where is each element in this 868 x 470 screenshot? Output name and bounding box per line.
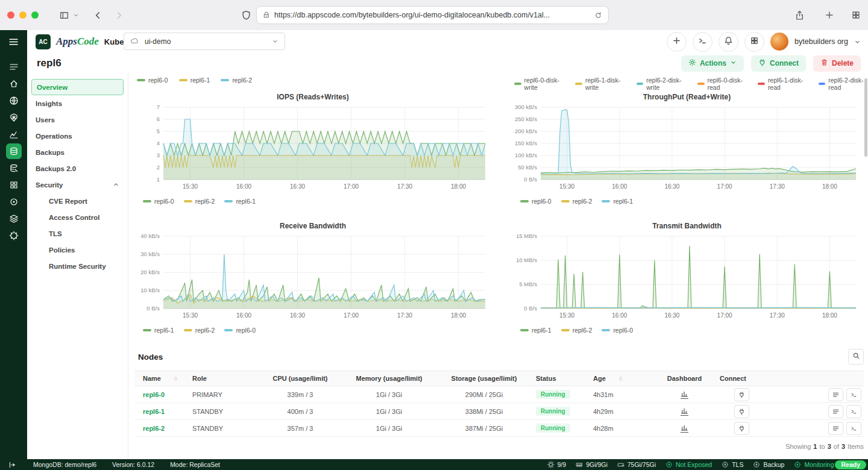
search-button[interactable] — [848, 349, 864, 365]
node-link[interactable]: repl6-1 — [143, 408, 165, 415]
browser-sidebar-toggle-icon[interactable] — [59, 10, 69, 20]
sort-icon[interactable] — [172, 375, 179, 382]
sidebar-item-tls[interactable]: TLS — [27, 225, 128, 242]
svg-text:17:30: 17:30 — [770, 312, 785, 319]
dashboard-link[interactable] — [681, 390, 688, 399]
appscode-logo[interactable]: AC — [36, 34, 51, 49]
legend-item[interactable]: repl6-0 — [137, 77, 168, 84]
tab-overview-icon[interactable] — [851, 10, 861, 20]
node-shell-button[interactable] — [846, 388, 861, 401]
node-shell-button[interactable] — [846, 422, 861, 435]
sidebar-item-security[interactable]: Security — [27, 177, 128, 193]
sidebar-item-cve-report[interactable]: CVE Report — [27, 193, 128, 209]
rail-dbq-icon[interactable] — [6, 160, 22, 176]
expand-icon[interactable] — [8, 461, 16, 469]
forward-icon[interactable] — [115, 11, 124, 20]
column-header-name[interactable]: Name — [134, 375, 189, 382]
node-connect-button[interactable] — [734, 388, 749, 401]
notifications-button[interactable] — [719, 32, 738, 52]
legend-swatch — [179, 79, 187, 81]
node-logs-button[interactable] — [828, 388, 843, 401]
legend-item[interactable]: repl6-1 — [179, 77, 210, 84]
legend-item[interactable]: repl6-0 — [224, 327, 256, 334]
sidebar-item-backups-2-0[interactable]: Backups 2.0 — [27, 160, 128, 177]
sidebar-item-insights[interactable]: Insights — [27, 95, 128, 111]
rail-list-icon[interactable] — [6, 59, 22, 75]
address-bar[interactable]: https://db.appscode.com/bytebuilders-org… — [256, 6, 609, 24]
avatar[interactable] — [770, 33, 788, 51]
node-link[interactable]: repl6-2 — [143, 425, 165, 432]
legend-item[interactable]: repl6-2 — [561, 198, 593, 205]
chart-title: ThroughPut (Read+Write) — [512, 93, 862, 102]
legend-item[interactable]: repl6-0 — [520, 198, 552, 205]
sidebar-item-overview[interactable]: Overview — [31, 79, 124, 95]
menu-icon[interactable] — [8, 37, 19, 47]
connect-button[interactable]: Connect — [751, 55, 806, 72]
svg-text:16:30: 16:30 — [664, 183, 679, 190]
row-actions-cell — [773, 388, 864, 401]
rail-helm-icon[interactable] — [6, 228, 22, 243]
rail-home-icon[interactable] — [6, 76, 22, 92]
sidebar-item-backups[interactable]: Backups — [27, 144, 128, 160]
window-zoom-button[interactable] — [31, 11, 39, 19]
node-connect-button[interactable] — [734, 422, 749, 435]
rail-grid-icon[interactable] — [6, 177, 22, 193]
scrollbar-thumb[interactable] — [864, 78, 867, 157]
sidebar-item-operations[interactable]: Operations — [27, 128, 128, 144]
rail-chart-icon[interactable] — [6, 127, 22, 142]
legend-swatch — [137, 79, 145, 81]
svg-text:5: 5 — [157, 128, 160, 134]
role-cell: STANDBY — [189, 425, 258, 432]
rail-target-icon[interactable] — [6, 194, 22, 210]
chevron-down-icon[interactable] — [73, 12, 79, 18]
legend-item[interactable]: repl6-0 — [143, 198, 174, 205]
browser-chrome: https://db.appscode.com/bytebuilders-org… — [0, 0, 868, 31]
legend-item[interactable]: repl6-0 — [602, 327, 633, 334]
rail-globe-icon[interactable] — [6, 93, 22, 108]
legend-item[interactable]: repl6-1 — [224, 198, 256, 205]
window-minimize-button[interactable] — [19, 11, 27, 19]
sidebar-item-users[interactable]: Users — [27, 111, 128, 128]
back-icon[interactable] — [93, 11, 102, 20]
actions-button[interactable]: Actions — [681, 55, 744, 72]
memory-cell: 1Gi / 3Gi — [342, 425, 436, 432]
chevron-down-icon[interactable] — [854, 39, 861, 45]
legend-item[interactable]: repl6-1 — [143, 327, 174, 334]
svg-text:6: 6 — [157, 116, 160, 122]
delete-button[interactable]: Delete — [813, 55, 861, 72]
new-tab-icon[interactable] — [825, 10, 834, 20]
dashboard-link[interactable] — [681, 407, 688, 416]
column-header-age[interactable]: Age — [590, 375, 653, 382]
privacy-shield-icon[interactable] — [241, 10, 251, 20]
apps-button[interactable] — [744, 32, 764, 52]
svg-text:17:00: 17:00 — [344, 183, 359, 190]
legend-item[interactable]: repl6-2 — [221, 77, 252, 84]
sidebar-item-label: Operations — [36, 133, 72, 140]
org-name[interactable]: bytebuilders org — [794, 37, 848, 46]
cluster-selector[interactable]: ui-demo — [124, 33, 285, 50]
create-button[interactable] — [667, 32, 687, 52]
reload-icon[interactable] — [594, 11, 602, 19]
share-icon[interactable] — [794, 10, 805, 20]
sort-icon[interactable] — [617, 375, 624, 382]
sidebar-item-policies[interactable]: Policies — [27, 242, 128, 258]
legend-item[interactable]: repl6-2 — [184, 327, 215, 334]
legend-item[interactable]: repl6-1 — [520, 327, 552, 334]
rail-layers-icon[interactable] — [6, 211, 22, 227]
nodes-title: Nodes — [138, 352, 163, 362]
legend-item[interactable]: repl6-2 — [561, 327, 593, 334]
rail-k8s-icon[interactable] — [6, 110, 22, 125]
node-shell-button[interactable] — [846, 405, 861, 418]
sidebar-item-runtime-security[interactable]: Runtime Security — [27, 258, 128, 274]
sidebar-item-access-control[interactable]: Access Control — [27, 209, 128, 225]
node-logs-button[interactable] — [828, 422, 843, 435]
legend-item[interactable]: repl6-1 — [602, 198, 633, 205]
window-close-button[interactable] — [7, 11, 14, 19]
legend-item[interactable]: repl6-2 — [184, 198, 215, 205]
rail-db-icon[interactable] — [6, 143, 22, 159]
node-connect-button[interactable] — [734, 405, 749, 418]
node-link[interactable]: repl6-0 — [143, 391, 165, 398]
dashboard-link[interactable] — [681, 424, 688, 433]
node-logs-button[interactable] — [828, 405, 843, 418]
terminal-button[interactable] — [693, 32, 712, 52]
